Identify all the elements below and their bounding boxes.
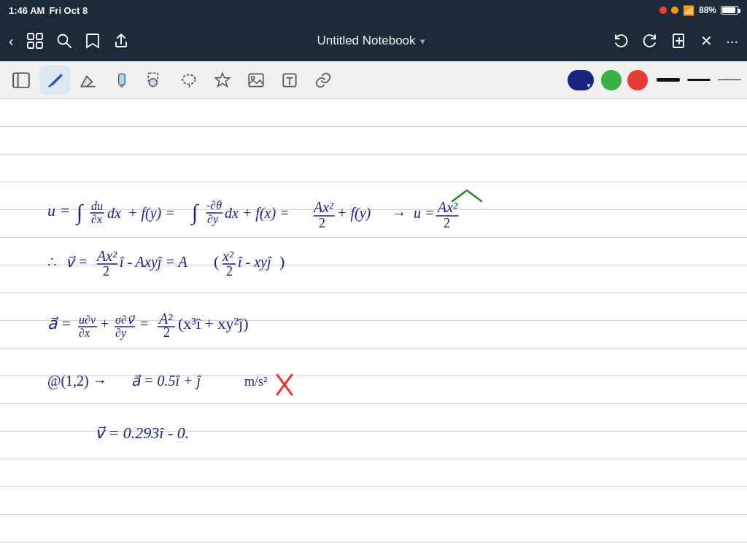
svg-text:v⃗ =: v⃗ =	[66, 254, 88, 270]
svg-text:dx + f(x) =: dx + f(x) =	[225, 205, 290, 222]
svg-text:∫: ∫	[190, 200, 199, 226]
title-chevron: ▾	[420, 36, 425, 47]
svg-point-16	[149, 78, 157, 86]
main-toolbar: ‹ Untitled No	[0, 20, 747, 61]
time-display: 1:46 AM	[9, 5, 44, 16]
svg-rect-0	[28, 34, 34, 39]
svg-rect-19	[249, 74, 263, 86]
svg-point-20	[252, 76, 255, 79]
svg-text:î - xyĵ: î - xyĵ	[238, 254, 272, 271]
math-content: u = ∫ du ∂x dx + f(y) = ∫ -∂θ ∂y d	[0, 99, 747, 560]
battery-icon	[721, 6, 738, 15]
svg-text:Ax²: Ax²	[96, 248, 117, 264]
svg-text:2: 2	[103, 264, 109, 279]
image-tool-button[interactable]	[241, 66, 271, 95]
share-button[interactable]	[113, 33, 129, 49]
svg-text:a⃗ =: a⃗ =	[47, 314, 71, 332]
svg-text:Ax²: Ax²	[436, 199, 458, 215]
grid-view-button[interactable]	[27, 33, 43, 49]
svg-text:∂x: ∂x	[79, 327, 90, 339]
svg-text:v⃗ = 0.293î - 0.: v⃗ = 0.293î - 0.	[95, 424, 189, 442]
orange-dot-indicator	[671, 7, 678, 14]
svg-text:u =: u =	[47, 201, 70, 219]
svg-text:+ f(y) =: + f(y) =	[128, 205, 175, 222]
text-tool-button[interactable]	[274, 66, 305, 95]
svg-text:2: 2	[444, 216, 450, 230]
svg-text:Ax²: Ax²	[312, 199, 334, 215]
link-tool-button[interactable]	[308, 66, 338, 95]
red-color-button[interactable]	[627, 70, 648, 90]
recording-indicator	[659, 7, 667, 14]
svg-text:u∂v: u∂v	[79, 314, 96, 326]
svg-rect-2	[28, 42, 34, 48]
eraser-tool-button[interactable]	[73, 66, 104, 95]
svg-text:a⃗ = 0.5î + ĵ: a⃗ = 0.5î + ĵ	[131, 373, 202, 389]
sidebar-toggle-button[interactable]	[6, 66, 36, 95]
svg-text:x²: x²	[222, 248, 234, 264]
svg-text:m/s²: m/s²	[244, 374, 267, 389]
svg-text:du: du	[91, 200, 103, 212]
undo-button[interactable]	[613, 33, 629, 49]
thick-line-button[interactable]	[657, 66, 680, 95]
svg-text:2: 2	[226, 264, 233, 279]
star-tool-button[interactable]	[207, 66, 238, 95]
svg-text:σ∂v⃗: σ∂v⃗	[115, 314, 136, 326]
new-page-button[interactable]	[671, 33, 687, 49]
battery-percentage: 88%	[699, 5, 716, 15]
highlighter-tool-button[interactable]	[107, 66, 137, 95]
svg-text:+ f(y): + f(y)	[337, 205, 371, 222]
lasso-tool-button[interactable]	[174, 66, 204, 95]
svg-text:(: (	[214, 252, 219, 271]
svg-text:-∂θ: -∂θ	[206, 199, 222, 211]
green-color-button[interactable]	[601, 70, 622, 90]
color-picker-button[interactable]	[568, 70, 594, 90]
svg-text:∂y: ∂y	[207, 213, 219, 226]
svg-text:→: →	[392, 205, 406, 221]
status-bar: 1:46 AM Fri Oct 8 📶 88%	[0, 0, 747, 20]
search-button[interactable]	[56, 33, 72, 49]
svg-rect-13	[119, 74, 125, 85]
back-button[interactable]: ‹	[9, 33, 14, 50]
svg-text:∂x: ∂x	[91, 213, 102, 225]
svg-text:î - Axyĵ = A: î - Axyĵ = A	[120, 254, 188, 271]
drawing-toolbar	[0, 61, 747, 99]
svg-text:2: 2	[319, 216, 325, 230]
svg-text:=: =	[140, 316, 148, 332]
wifi-icon: 📶	[683, 5, 694, 16]
svg-line-5	[66, 43, 71, 47]
svg-text:2: 2	[163, 325, 170, 340]
svg-rect-1	[36, 34, 42, 39]
svg-text:u =: u =	[414, 205, 435, 221]
notebook-canvas[interactable]: u = ∫ du ∂x dx + f(y) = ∫ -∂θ ∂y d	[0, 99, 747, 560]
svg-text:dx: dx	[107, 205, 121, 221]
svg-text:): )	[279, 252, 285, 271]
svg-text:∴: ∴	[47, 254, 57, 270]
svg-point-17	[182, 74, 195, 84]
svg-text:∫: ∫	[75, 200, 84, 226]
selection-tool-button[interactable]	[140, 66, 171, 95]
medium-line-button[interactable]	[687, 66, 711, 95]
svg-text:+: +	[101, 316, 109, 332]
redo-button[interactable]	[642, 33, 658, 49]
pen-tool-button[interactable]	[39, 66, 70, 95]
svg-marker-18	[215, 73, 230, 86]
svg-rect-9	[13, 73, 29, 88]
svg-text:∂y: ∂y	[115, 327, 127, 340]
svg-rect-3	[36, 42, 42, 48]
svg-rect-14	[120, 85, 123, 87]
bookmark-button[interactable]	[85, 33, 100, 49]
more-options-button[interactable]: ···	[726, 33, 738, 50]
close-button[interactable]: ✕	[700, 32, 713, 50]
date-display: Fri Oct 8	[49, 5, 88, 16]
svg-text:A²: A²	[158, 311, 173, 327]
thin-line-button[interactable]	[718, 66, 741, 95]
svg-text:@(1,2) →: @(1,2) →	[47, 373, 107, 389]
notebook-title[interactable]: Untitled Notebook	[317, 34, 415, 48]
svg-text:(x³î + xy²ĵ): (x³î + xy²ĵ)	[178, 314, 248, 332]
